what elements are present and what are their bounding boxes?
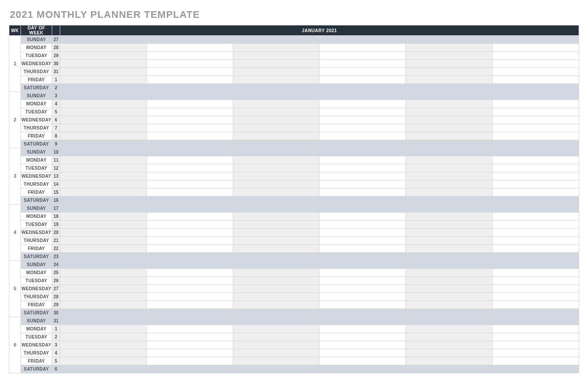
planner-slot[interactable] (146, 205, 233, 213)
planner-slot[interactable] (233, 156, 319, 164)
planner-slot[interactable] (319, 188, 406, 196)
planner-slot[interactable] (60, 140, 147, 148)
planner-slot[interactable] (406, 68, 493, 76)
planner-slot[interactable] (60, 357, 147, 365)
planner-slot[interactable] (60, 269, 147, 277)
planner-slot[interactable] (146, 60, 233, 68)
planner-slot[interactable] (319, 60, 406, 68)
planner-slot[interactable] (233, 309, 319, 317)
planner-slot[interactable] (319, 341, 406, 349)
planner-slot[interactable] (60, 172, 147, 180)
planner-slot[interactable] (146, 108, 233, 116)
planner-slot[interactable] (233, 116, 319, 124)
planner-slot[interactable] (493, 52, 579, 60)
planner-slot[interactable] (406, 156, 493, 164)
planner-slot[interactable] (493, 36, 579, 44)
planner-slot[interactable] (493, 100, 579, 108)
planner-slot[interactable] (233, 60, 319, 68)
planner-slot[interactable] (146, 253, 233, 261)
planner-slot[interactable] (406, 84, 493, 92)
planner-slot[interactable] (233, 196, 319, 205)
planner-slot[interactable] (319, 44, 406, 52)
planner-slot[interactable] (493, 365, 579, 373)
planner-slot[interactable] (146, 245, 233, 253)
planner-slot[interactable] (493, 229, 579, 237)
planner-slot[interactable] (406, 60, 493, 68)
planner-slot[interactable] (319, 68, 406, 76)
planner-slot[interactable] (493, 237, 579, 245)
planner-slot[interactable] (146, 76, 233, 84)
planner-slot[interactable] (319, 269, 406, 277)
planner-slot[interactable] (319, 285, 406, 293)
planner-slot[interactable] (319, 245, 406, 253)
planner-slot[interactable] (60, 84, 147, 92)
planner-slot[interactable] (146, 229, 233, 237)
planner-slot[interactable] (493, 156, 579, 164)
planner-slot[interactable] (233, 52, 319, 60)
planner-slot[interactable] (146, 325, 233, 333)
planner-slot[interactable] (406, 100, 493, 108)
planner-slot[interactable] (146, 213, 233, 221)
planner-slot[interactable] (146, 341, 233, 349)
planner-slot[interactable] (146, 84, 233, 92)
planner-slot[interactable] (406, 108, 493, 116)
planner-slot[interactable] (146, 172, 233, 180)
planner-slot[interactable] (60, 245, 147, 253)
planner-slot[interactable] (233, 253, 319, 261)
planner-slot[interactable] (233, 92, 319, 100)
planner-slot[interactable] (406, 148, 493, 156)
planner-slot[interactable] (146, 301, 233, 309)
planner-slot[interactable] (233, 285, 319, 293)
planner-slot[interactable] (233, 229, 319, 237)
planner-slot[interactable] (146, 164, 233, 172)
planner-slot[interactable] (493, 213, 579, 221)
planner-slot[interactable] (319, 213, 406, 221)
planner-slot[interactable] (60, 301, 147, 309)
planner-slot[interactable] (406, 285, 493, 293)
planner-slot[interactable] (146, 349, 233, 357)
planner-slot[interactable] (493, 285, 579, 293)
planner-slot[interactable] (406, 365, 493, 373)
planner-slot[interactable] (493, 341, 579, 349)
planner-slot[interactable] (146, 116, 233, 124)
planner-slot[interactable] (146, 92, 233, 100)
planner-slot[interactable] (319, 301, 406, 309)
planner-slot[interactable] (60, 277, 147, 285)
planner-slot[interactable] (493, 196, 579, 205)
planner-slot[interactable] (319, 36, 406, 44)
planner-slot[interactable] (406, 317, 493, 325)
planner-slot[interactable] (319, 293, 406, 301)
planner-slot[interactable] (233, 261, 319, 269)
planner-slot[interactable] (406, 44, 493, 52)
planner-slot[interactable] (233, 108, 319, 116)
planner-slot[interactable] (146, 36, 233, 44)
planner-slot[interactable] (493, 84, 579, 92)
planner-slot[interactable] (233, 245, 319, 253)
planner-slot[interactable] (406, 333, 493, 341)
planner-slot[interactable] (319, 84, 406, 92)
planner-slot[interactable] (146, 357, 233, 365)
planner-slot[interactable] (406, 172, 493, 180)
planner-slot[interactable] (60, 221, 147, 229)
planner-slot[interactable] (319, 261, 406, 269)
planner-slot[interactable] (493, 60, 579, 68)
planner-slot[interactable] (406, 357, 493, 365)
planner-slot[interactable] (493, 76, 579, 84)
planner-slot[interactable] (146, 52, 233, 60)
planner-slot[interactable] (233, 124, 319, 132)
planner-slot[interactable] (493, 269, 579, 277)
planner-slot[interactable] (493, 108, 579, 116)
planner-slot[interactable] (146, 293, 233, 301)
planner-slot[interactable] (493, 164, 579, 172)
planner-slot[interactable] (233, 172, 319, 180)
planner-slot[interactable] (146, 309, 233, 317)
planner-slot[interactable] (319, 229, 406, 237)
planner-slot[interactable] (60, 60, 147, 68)
planner-slot[interactable] (233, 180, 319, 188)
planner-slot[interactable] (233, 237, 319, 245)
planner-slot[interactable] (233, 341, 319, 349)
planner-slot[interactable] (493, 325, 579, 333)
planner-slot[interactable] (406, 196, 493, 205)
planner-slot[interactable] (233, 132, 319, 140)
planner-slot[interactable] (319, 148, 406, 156)
